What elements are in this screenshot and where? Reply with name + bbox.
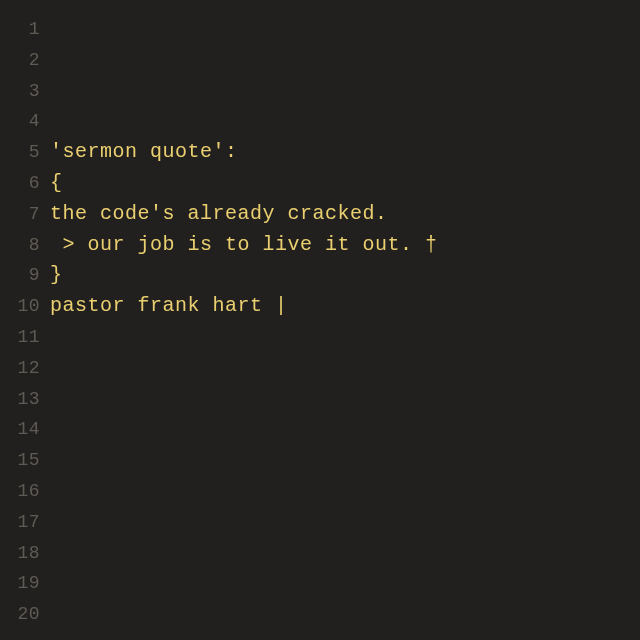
code-line[interactable]	[50, 353, 640, 384]
line-number: 4	[0, 106, 40, 137]
line-number: 9	[0, 260, 40, 291]
code-line[interactable]	[50, 45, 640, 76]
line-number: 17	[0, 507, 40, 538]
line-number-gutter: 1 2 3 4 5 6 7 8 9 10 11 12 13 14 15 16 1…	[0, 14, 50, 640]
line-number: 8	[0, 230, 40, 261]
code-line[interactable]	[50, 384, 640, 415]
line-number: 14	[0, 414, 40, 445]
line-number: 12	[0, 353, 40, 384]
line-number: 5	[0, 137, 40, 168]
code-line[interactable]	[50, 106, 640, 137]
line-number: 2	[0, 45, 40, 76]
line-number: 1	[0, 14, 40, 45]
code-line[interactable]	[50, 445, 640, 476]
line-number: 18	[0, 538, 40, 569]
code-line[interactable]	[50, 76, 640, 107]
code-line[interactable]	[50, 568, 640, 599]
code-area[interactable]: 'sermon quote': { the code's already cra…	[50, 14, 640, 640]
code-line[interactable]: pastor frank hart |	[50, 291, 640, 322]
code-editor[interactable]: 1 2 3 4 5 6 7 8 9 10 11 12 13 14 15 16 1…	[0, 0, 640, 640]
code-line[interactable]	[50, 599, 640, 630]
code-line[interactable]	[50, 507, 640, 538]
code-line[interactable]: 'sermon quote':	[50, 137, 640, 168]
line-number: 15	[0, 445, 40, 476]
code-line[interactable]	[50, 476, 640, 507]
code-line[interactable]	[50, 322, 640, 353]
line-number: 10	[0, 291, 40, 322]
code-line[interactable]	[50, 414, 640, 445]
line-number: 11	[0, 322, 40, 353]
line-number: 3	[0, 76, 40, 107]
code-line[interactable]: > our job is to live it out. †	[50, 230, 640, 261]
line-number: 7	[0, 199, 40, 230]
code-line[interactable]	[50, 538, 640, 569]
line-number: 6	[0, 168, 40, 199]
line-number: 16	[0, 476, 40, 507]
code-line[interactable]	[50, 14, 640, 45]
line-number: 13	[0, 384, 40, 415]
code-line[interactable]: }	[50, 260, 640, 291]
code-line[interactable]: {	[50, 168, 640, 199]
code-line[interactable]: the code's already cracked.	[50, 199, 640, 230]
line-number: 20	[0, 599, 40, 630]
line-number: 19	[0, 568, 40, 599]
